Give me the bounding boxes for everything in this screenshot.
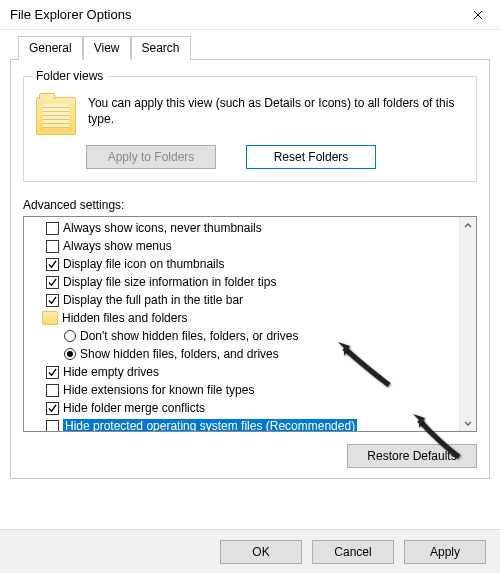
folder-icon xyxy=(42,311,58,325)
tree-item-label: Hide folder merge conflicts xyxy=(63,401,205,415)
checkbox[interactable] xyxy=(46,420,59,432)
chevron-down-icon xyxy=(464,419,472,427)
apply-to-folders-label: Apply to Folders xyxy=(108,150,195,164)
tree-item-label: Hide extensions for known file types xyxy=(63,383,254,397)
reset-folders-label: Reset Folders xyxy=(274,150,349,164)
tab-strip: General View Search xyxy=(18,36,490,60)
tree-item[interactable]: Display file icon on thumbnails xyxy=(24,255,459,273)
tab-panel-view: Folder views You can apply this view (su… xyxy=(10,59,490,479)
tree-item-label: Display file icon on thumbnails xyxy=(63,257,224,271)
scroll-up-button[interactable] xyxy=(460,217,476,234)
checkbox[interactable] xyxy=(46,240,59,253)
radio[interactable] xyxy=(64,330,76,342)
advanced-settings-list: Always show icons, never thumbnailsAlway… xyxy=(24,217,459,431)
scrollbar[interactable] xyxy=(459,217,476,431)
cancel-button[interactable]: Cancel xyxy=(312,540,394,564)
tree-item-label: Show hidden files, folders, and drives xyxy=(80,347,279,361)
tree-item[interactable]: Show hidden files, folders, and drives xyxy=(24,345,459,363)
advanced-settings-tree[interactable]: Always show icons, never thumbnailsAlway… xyxy=(23,216,477,432)
folder-views-group: Folder views You can apply this view (su… xyxy=(23,76,477,182)
folder-icon xyxy=(36,97,76,135)
restore-defaults-button[interactable]: Restore Defaults xyxy=(347,444,477,468)
close-icon xyxy=(473,10,483,20)
tree-item-label: Hidden files and folders xyxy=(62,311,187,325)
tree-item[interactable]: Always show menus xyxy=(24,237,459,255)
tree-item-label: Always show icons, never thumbnails xyxy=(63,221,262,235)
tree-item[interactable]: Don't show hidden files, folders, or dri… xyxy=(24,327,459,345)
dialog-footer: OK Cancel Apply xyxy=(0,529,500,573)
checkbox[interactable] xyxy=(46,222,59,235)
tree-item-label: Hide empty drives xyxy=(63,365,159,379)
tab-general-label: General xyxy=(29,41,72,55)
checkbox[interactable] xyxy=(46,294,59,307)
checkbox[interactable] xyxy=(46,258,59,271)
tree-item[interactable]: Display the full path in the title bar xyxy=(24,291,459,309)
tree-item[interactable]: Hide protected operating system files (R… xyxy=(24,417,459,431)
tab-search[interactable]: Search xyxy=(131,36,191,60)
tree-item[interactable]: Always show icons, never thumbnails xyxy=(24,219,459,237)
dialog-content: General View Search Folder views You can… xyxy=(0,30,500,489)
tree-item[interactable]: Display file size information in folder … xyxy=(24,273,459,291)
checkbox[interactable] xyxy=(46,384,59,397)
tree-item[interactable]: Hide extensions for known file types xyxy=(24,381,459,399)
cancel-label: Cancel xyxy=(334,545,371,559)
scroll-down-button[interactable] xyxy=(460,414,476,431)
checkbox[interactable] xyxy=(46,402,59,415)
tree-item-label: Don't show hidden files, folders, or dri… xyxy=(80,329,298,343)
tree-item-label: Hide protected operating system files (R… xyxy=(63,419,357,431)
tree-item-label: Display file size information in folder … xyxy=(63,275,276,289)
ok-button[interactable]: OK xyxy=(220,540,302,564)
tree-item-label: Always show menus xyxy=(63,239,172,253)
tree-item[interactable]: Hide folder merge conflicts xyxy=(24,399,459,417)
reset-folders-button[interactable]: Reset Folders xyxy=(246,145,376,169)
tab-view-label: View xyxy=(94,41,120,55)
close-button[interactable] xyxy=(455,0,500,30)
window-title: File Explorer Options xyxy=(10,7,131,22)
folder-views-desc: You can apply this view (such as Details… xyxy=(88,95,464,127)
titlebar: File Explorer Options xyxy=(0,0,500,30)
tree-item-label: Display the full path in the title bar xyxy=(63,293,243,307)
checkbox[interactable] xyxy=(46,276,59,289)
folder-views-legend: Folder views xyxy=(32,69,107,83)
apply-to-folders-button: Apply to Folders xyxy=(86,145,216,169)
advanced-settings-label: Advanced settings: xyxy=(23,198,477,212)
tree-item[interactable]: Hide empty drives xyxy=(24,363,459,381)
tab-search-label: Search xyxy=(142,41,180,55)
tab-view[interactable]: View xyxy=(83,36,131,60)
apply-label: Apply xyxy=(430,545,460,559)
ok-label: OK xyxy=(252,545,269,559)
tab-general[interactable]: General xyxy=(18,36,83,60)
restore-defaults-label: Restore Defaults xyxy=(367,449,456,463)
tree-item[interactable]: Hidden files and folders xyxy=(24,309,459,327)
radio[interactable] xyxy=(64,348,76,360)
chevron-up-icon xyxy=(464,222,472,230)
checkbox[interactable] xyxy=(46,366,59,379)
apply-button[interactable]: Apply xyxy=(404,540,486,564)
